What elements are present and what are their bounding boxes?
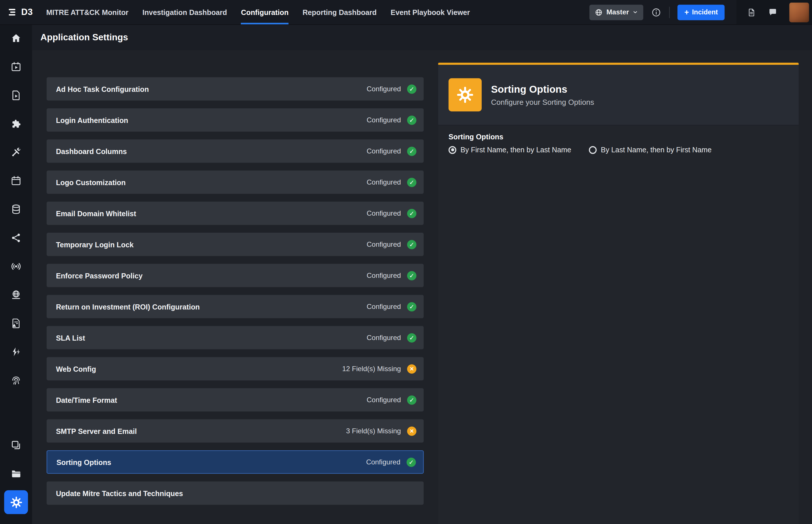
detail-body: Sorting Options By First Name, then by L… [438,126,799,524]
page-title: Application Settings [40,32,128,43]
main-content: Ad Hoc Task Configuration Configured ✓ L… [32,50,812,524]
status-ok-icon: ✓ [407,115,416,125]
radio-option-last-then-first[interactable]: By Last Name, then by First Name [589,146,712,154]
sorting-options-gear-icon [449,78,482,111]
settings-row-enforce-password-policy[interactable]: Enforce Password Policy Configured ✓ [47,264,424,287]
setting-status: 12 Field(s) Missing [342,365,401,373]
radio-option-first-then-last[interactable]: By First Name, then by Last Name [449,146,572,154]
status-ok-icon: ✓ [407,147,416,156]
calendar-play-icon[interactable] [4,55,28,79]
gear-icon[interactable] [4,490,28,514]
topbar-divider [669,6,670,18]
settings-row-email-domain-whitelist[interactable]: Email Domain Whitelist Configured ✓ [47,201,424,225]
setting-status: Configured [367,241,401,248]
status-ok-icon: ✓ [407,84,416,94]
chevron-down-icon [633,9,639,15]
panel-accent-bar [438,63,799,65]
copy-icon[interactable] [4,433,28,457]
info-icon[interactable] [651,7,661,17]
calendar-icon[interactable] [4,169,28,193]
status-ok-icon: ✓ [407,240,416,249]
settings-row-smtp-server-email[interactable]: SMTP Server and Email 3 Field(s) Missing… [47,419,424,443]
setting-label: SLA List [56,333,85,342]
settings-row-datetime-format[interactable]: Date/Time Format Configured ✓ [47,388,424,411]
setting-status: Configured [367,209,401,217]
settings-row-update-mitre-tactics[interactable]: Update Mitre Tactics and Techniques [47,481,424,505]
setting-label: SMTP Server and Email [56,427,137,435]
radio-button[interactable] [449,146,456,154]
broadcast-icon[interactable] [4,255,28,278]
setting-label: Logo Customization [56,178,125,186]
settings-row-temporary-login-lock[interactable]: Temporary Login Lock Configured ✓ [47,233,424,256]
setting-status: Configured [367,85,401,93]
settings-row-roi-configuration[interactable]: Return on Investment (ROI) Configuration… [47,295,424,318]
tools-icon[interactable] [4,141,28,164]
section-title: Sorting Options [449,133,789,141]
nav-mitre-attck-monitor[interactable]: MITRE ATT&CK Monitor [46,0,129,24]
folder-icon[interactable] [4,462,28,486]
radio-button[interactable] [589,146,597,154]
application-window: D3 MITRE ATT&CK Monitor Investigation Da… [0,0,812,524]
share-nodes-icon[interactable] [4,226,28,250]
master-site-dropdown[interactable]: Master [589,4,643,20]
status-ok-icon: ✓ [407,178,416,187]
setting-label: Update Mitre Tactics and Techniques [56,489,183,497]
top-navigation-bar: D3 MITRE ATT&CK Monitor Investigation Da… [0,0,812,25]
incident-label: Incident [692,9,718,16]
user-avatar[interactable] [789,2,809,22]
status-ok-icon: ✓ [407,302,416,311]
fingerprint-icon[interactable] [4,369,28,392]
detail-title: Sorting Options [491,83,594,95]
settings-row-logo-customization[interactable]: Logo Customization Configured ✓ [47,170,424,194]
settings-row-web-config[interactable]: Web Config 12 Field(s) Missing × [47,357,424,380]
chat-icon[interactable] [768,7,778,17]
plus-icon: + [684,9,689,16]
icon-sidebar [0,24,32,524]
main-nav: MITRE ATT&CK Monitor Investigation Dashb… [46,0,470,24]
settings-row-login-authentication[interactable]: Login Authentication Configured ✓ [47,108,424,132]
database-icon[interactable] [4,197,28,222]
document-alert-icon[interactable] [4,312,28,335]
radio-label: By First Name, then by Last Name [460,146,571,154]
setting-status: Configured [367,147,401,155]
detail-header: Sorting Options Configure your Sorting O… [438,65,799,126]
setting-status: Configured [366,458,401,466]
settings-row-ad-hoc-task[interactable]: Ad Hoc Task Configuration Configured ✓ [47,77,424,100]
detail-titles: Sorting Options Configure your Sorting O… [491,83,594,106]
topbar-utility-zone [737,0,812,24]
setting-label: Sorting Options [56,458,111,466]
setting-label: Return on Investment (ROI) Configuration [56,302,200,311]
setting-label: Login Authentication [56,116,128,124]
globe-icon [594,8,603,16]
lightning-icon[interactable] [4,340,28,364]
nav-configuration[interactable]: Configuration [241,0,289,24]
setting-status: Configured [367,272,401,279]
globe-underline-icon[interactable] [4,283,28,307]
status-ok-icon: ✓ [407,333,416,342]
status-ok-icon: ✓ [407,209,416,218]
setting-label: Enforce Password Policy [56,271,142,280]
detail-subtitle: Configure your Sorting Options [491,98,594,106]
status-error-icon: × [407,364,416,373]
setting-status: Configured [367,178,401,186]
nav-event-playbook-viewer[interactable]: Event Playbook Viewer [391,0,470,24]
settings-row-sorting-options[interactable]: Sorting Options Configured ✓ [47,450,424,474]
nav-reporting-dashboard[interactable]: Reporting Dashboard [302,0,377,24]
home-icon[interactable] [4,27,28,50]
sorting-radio-group: By First Name, then by Last Name By Last… [449,146,789,154]
settings-row-sla-list[interactable]: SLA List Configured ✓ [47,326,424,349]
d3-logo[interactable]: D3 [0,0,46,24]
setting-status: Configured [367,302,401,310]
puzzle-icon[interactable] [4,112,28,136]
file-play-icon[interactable] [4,83,28,108]
document-icon[interactable] [747,7,756,17]
setting-label: Dashboard Columns [56,147,126,155]
d3-logo-bars-icon [9,8,19,17]
setting-label: Temporary Login Lock [56,240,134,248]
settings-row-dashboard-columns[interactable]: Dashboard Columns Configured ✓ [47,140,424,163]
topbar-right-controls: Master + Incident [589,0,812,24]
setting-status: Configured [367,116,401,124]
nav-investigation-dashboard[interactable]: Investigation Dashboard [142,0,227,24]
status-ok-icon: ✓ [407,395,416,405]
new-incident-button[interactable]: + Incident [678,4,725,20]
